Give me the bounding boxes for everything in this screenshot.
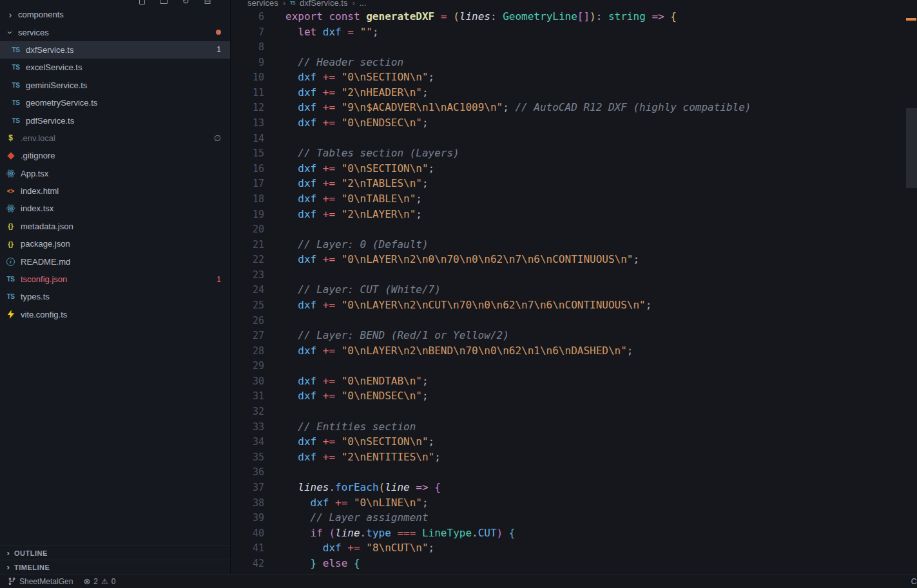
- code-line[interactable]: 36: [231, 464, 905, 480]
- file-item-excelService.ts[interactable]: TSexcelService.ts: [0, 59, 230, 76]
- status-right-item[interactable]: Cu: [906, 574, 917, 588]
- code-line[interactable]: 23: [231, 267, 905, 283]
- line-number: 31: [231, 389, 264, 404]
- line-number: 13: [231, 116, 264, 131]
- code-line[interactable]: 15 // Tables section (Layers): [231, 146, 905, 161]
- code-line[interactable]: 27 // Layer: BEND (Red/1 or Yellow/2): [231, 328, 905, 343]
- breadcrumb-item[interactable]: services: [247, 0, 278, 8]
- code-line[interactable]: 25 dxf += "0\nLAYER\n2\nCUT\n70\n0\n62\n…: [231, 298, 905, 313]
- line-number: 15: [231, 146, 264, 162]
- line-number: 29: [231, 359, 264, 374]
- line-number: 38: [231, 496, 264, 511]
- problems-indicator[interactable]: ⊗ 2 ⚠ 0: [78, 574, 121, 588]
- file-item-README.md[interactable]: iREADME.md: [0, 252, 230, 270]
- code-line[interactable]: 26: [231, 313, 905, 328]
- file-item-vite.config.ts[interactable]: vite.config.ts: [0, 306, 230, 323]
- new-file-icon[interactable]: [137, 0, 147, 6]
- code-line[interactable]: 8: [231, 39, 905, 55]
- code-line[interactable]: 22 dxf += "0\nLAYER\n2\n0\n70\n0\n62\n7\…: [231, 252, 905, 267]
- code-line[interactable]: 40 if (line.type === LineType.CUT) {: [231, 526, 905, 541]
- file-item-geminiService.ts[interactable]: TSgeminiService.ts: [0, 77, 230, 94]
- code-line[interactable]: 19 dxf += "2\nLAYER\n";: [231, 207, 905, 222]
- code-line[interactable]: 16 dxf += "0\nSECTION\n";: [231, 161, 905, 176]
- code-text: // Entities section: [264, 421, 416, 433]
- code-line[interactable]: 39 // Layer assignment: [231, 510, 905, 526]
- code-line[interactable]: 9 // Header section: [231, 55, 905, 70]
- code-line[interactable]: 37 lines.forEach(line => {: [231, 480, 905, 495]
- file-item-tsconfig.json[interactable]: TStsconfig.json1: [0, 270, 230, 288]
- code-line[interactable]: 24 // Layer: CUT (White/7): [231, 282, 905, 298]
- item-label: index.tsx: [21, 204, 53, 213]
- code-line[interactable]: 41 dxf += "8\nCUT\n";: [231, 540, 905, 556]
- code-line[interactable]: 18 dxf += "0\nTABLE\n";: [231, 191, 905, 207]
- line-number: 40: [231, 526, 264, 542]
- ts-icon: TS: [10, 44, 21, 55]
- code-line[interactable]: 6export const generateDXF = (lines: Geom…: [231, 9, 905, 24]
- file-item-.gitignore[interactable]: .gitignore: [0, 147, 230, 164]
- code-line[interactable]: 34 dxf += "0\nSECTION\n";: [231, 434, 905, 450]
- code-line[interactable]: 20: [231, 222, 905, 237]
- code-line[interactable]: 10 dxf += "0\nSECTION\n";: [231, 70, 905, 85]
- timeline-section-header[interactable]: › TIMELINE: [0, 560, 230, 574]
- item-label: .gitignore: [21, 151, 55, 160]
- html-icon: <>: [5, 186, 16, 196]
- breadcrumb-chevron-icon: ›: [283, 0, 285, 8]
- code-line[interactable]: 12 dxf += "9\n$ACADVER\n1\nAC1009\n"; //…: [231, 100, 905, 115]
- scrollbar-thumb[interactable]: [906, 108, 917, 188]
- git-branch-icon: [8, 577, 16, 585]
- line-number: 25: [231, 298, 264, 314]
- collapse-all-icon[interactable]: ⊟: [202, 0, 213, 6]
- code-line[interactable]: 14: [231, 131, 905, 146]
- file-item-index.html[interactable]: <>index.html: [0, 182, 230, 200]
- code-line[interactable]: 31 dxf += "0\nENDSEC\n";: [231, 388, 905, 404]
- code-line[interactable]: 33 // Entities section: [231, 419, 905, 435]
- code-line[interactable]: 13 dxf += "0\nENDSEC\n";: [231, 115, 905, 131]
- file-item-dxfService.ts[interactable]: TSdxfService.ts1: [0, 41, 230, 59]
- code-text: [264, 466, 285, 478]
- line-number: 10: [231, 70, 264, 86]
- code-text: dxf += "0\nLAYER\n2\nBEND\n70\n0\n62\n1\…: [264, 345, 633, 357]
- line-number: 32: [231, 404, 264, 420]
- folder-item-components[interactable]: ›components: [0, 6, 230, 23]
- file-item-App.tsx[interactable]: App.tsx: [0, 165, 230, 182]
- code-area[interactable]: 6export const generateDXF = (lines: Geom…: [231, 9, 905, 574]
- code-line[interactable]: 7 let dxf = "";: [231, 24, 905, 40]
- code-line[interactable]: 21 // Layer: 0 (Default): [231, 237, 905, 252]
- file-item-.env.local[interactable]: $.env.local∅: [0, 129, 230, 147]
- code-text: dxf += "2\nHEADER\n";: [264, 86, 429, 99]
- git-branch-indicator[interactable]: SheetMetalGen: [3, 574, 78, 588]
- code-line[interactable]: 11 dxf += "2\nHEADER\n";: [231, 85, 905, 100]
- code-line[interactable]: 38 dxf += "0\nLINE\n";: [231, 495, 905, 511]
- file-item-metadata.json[interactable]: {}metadata.json: [0, 218, 230, 235]
- problems-badge: 1: [217, 45, 221, 54]
- breadcrumb-item[interactable]: dxfService.ts: [300, 0, 347, 8]
- file-item-package.json[interactable]: {}package.json: [0, 235, 230, 252]
- file-item-index.tsx[interactable]: index.tsx: [0, 200, 230, 217]
- code-line[interactable]: 29: [231, 358, 905, 374]
- code-line[interactable]: 35 dxf += "2\nENTITIES\n";: [231, 450, 905, 465]
- code-line[interactable]: 42 } else {: [231, 556, 905, 571]
- breadcrumb: services›TSdxfService.ts›...: [231, 0, 917, 9]
- refresh-icon[interactable]: ↻: [180, 0, 191, 6]
- code-line[interactable]: 17 dxf += "2\nTABLES\n";: [231, 176, 905, 191]
- file-item-types.ts[interactable]: TStypes.ts: [0, 288, 230, 305]
- item-label: README.md: [21, 257, 70, 267]
- breadcrumb-item[interactable]: ...: [360, 0, 367, 8]
- file-item-pdfService.ts[interactable]: TSpdfService.ts: [0, 111, 230, 129]
- code-text: dxf += "0\nTABLE\n";: [264, 193, 422, 205]
- item-label: services: [18, 28, 49, 37]
- code-line[interactable]: 30 dxf += "0\nENDTAB\n";: [231, 374, 905, 389]
- folder-item-services[interactable]: ›services: [0, 23, 230, 41]
- code-line[interactable]: 32: [231, 404, 905, 419]
- new-folder-icon[interactable]: [159, 0, 169, 6]
- line-number: 30: [231, 374, 264, 390]
- outline-section-header[interactable]: › OUTLINE: [0, 545, 230, 560]
- react-icon: [5, 204, 16, 214]
- line-number: 20: [231, 222, 264, 238]
- item-label: components: [18, 10, 64, 19]
- line-number: 36: [231, 465, 264, 480]
- file-item-geometryService.ts[interactable]: TSgeometryService.ts: [0, 94, 230, 111]
- item-label: index.html: [21, 186, 59, 196]
- warning-count: 0: [111, 577, 116, 586]
- code-line[interactable]: 28 dxf += "0\nLAYER\n2\nBEND\n70\n0\n62\…: [231, 343, 905, 359]
